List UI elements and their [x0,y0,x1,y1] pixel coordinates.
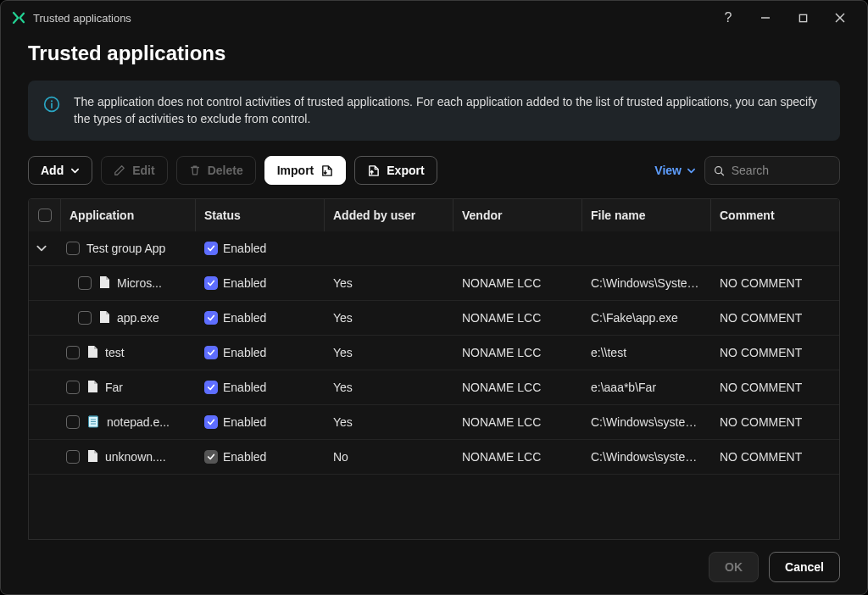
vendor: NONAME LCC [462,311,541,325]
added-by-user: Yes [333,381,353,394]
app-name: Micros... [117,276,162,290]
search-input[interactable] [732,164,831,177]
status-toggle[interactable] [204,415,218,429]
maximize-icon [798,14,808,23]
window-title: Trusted applications [33,12,131,25]
view-button[interactable]: View [654,164,696,177]
file-name: C:\Windows\system... [591,415,703,429]
added-by-user: Yes [333,346,353,359]
file-name: e:\\test [591,346,626,359]
export-button[interactable]: Export [354,156,437,185]
edit-button-label: Edit [132,164,154,177]
status-label: Enabled [223,450,266,464]
group-row[interactable]: Test group App Enabled [29,231,839,266]
table-row[interactable]: app.exeEnabledYesNONAME LCCC:\Fake\app.e… [29,301,839,336]
export-button-label: Export [387,164,424,177]
col-vendor[interactable]: Vendor [453,199,582,231]
edit-button: Edit [101,156,167,185]
import-button-label: Import [277,164,314,177]
col-comment[interactable]: Comment [711,199,840,231]
added-by-user: Yes [333,311,353,325]
status-toggle[interactable] [204,276,218,290]
file-icon [86,345,98,361]
select-all-checkbox[interactable] [38,209,52,222]
comment: NO COMMENT [720,311,802,325]
vendor: NONAME LCC [462,276,541,290]
row-checkbox[interactable] [66,450,80,464]
search-icon [714,164,725,177]
svg-rect-1 [799,14,806,21]
status-label: Enabled [223,311,266,325]
import-icon [320,164,333,177]
status-toggle[interactable] [204,311,218,325]
col-added-by-user[interactable]: Added by user [325,199,453,231]
content: Trusted applications The application doe… [1,35,867,540]
table-row[interactable]: notepad.e...EnabledYesNONAME LCCC:\Windo… [29,405,839,440]
comment: NO COMMENT [720,276,802,290]
table-header: Application Status Added by user Vendor … [29,199,839,231]
file-icon [86,414,100,431]
view-button-label: View [654,164,682,177]
page-title: Trusted applications [28,42,840,65]
row-checkbox[interactable] [78,311,92,325]
add-button-label: Add [41,164,64,177]
file-name: C:\Fake\app.exe [591,311,678,325]
close-icon [835,13,845,23]
group-name: Test group App [86,242,165,255]
status-label: Enabled [223,242,266,255]
app-name: app.exe [117,311,159,325]
status-toggle[interactable] [204,450,218,464]
trash-icon [189,164,201,176]
status-toggle[interactable] [204,242,218,255]
window: Trusted applications ? Trusted applicati… [0,0,868,595]
file-name: C:\Windows\System... [591,276,703,290]
applications-table: Application Status Added by user Vendor … [28,198,840,540]
col-application[interactable]: Application [61,199,196,231]
cancel-button[interactable]: Cancel [769,552,840,582]
table-row[interactable]: testEnabledYesNONAME LCCe:\\testNO COMME… [29,336,839,370]
vendor: NONAME LCC [462,450,541,464]
help-button[interactable]: ? [711,4,745,31]
table-row[interactable]: unknown....EnabledNoNONAME LCCC:\Windows… [29,440,839,475]
added-by-user: No [333,450,348,464]
chevron-down-icon[interactable] [36,242,47,254]
row-checkbox[interactable] [66,415,80,429]
comment: NO COMMENT [720,381,802,394]
app-name: unknown.... [105,450,166,464]
info-banner: The application does not control activit… [28,81,840,141]
table-body: Test group App Enabled [29,231,839,539]
minimize-icon [760,13,771,23]
chevron-down-icon [687,166,696,175]
row-checkbox[interactable] [66,381,80,394]
svg-line-8 [721,173,724,175]
row-checkbox[interactable] [66,242,80,255]
file-icon [98,310,110,326]
minimize-button[interactable] [748,4,782,31]
file-icon [86,449,98,465]
col-status[interactable]: Status [196,199,325,231]
info-banner-text: The application does not control activit… [74,94,825,127]
ok-button[interactable]: OK [709,552,759,582]
maximize-button[interactable] [786,4,820,31]
close-button[interactable] [823,4,857,31]
table-row[interactable]: FarEnabledYesNONAME LCCe:\aaa*b\FarNO CO… [29,370,839,405]
search-box[interactable] [704,156,840,185]
app-name: test [105,346,125,359]
row-checkbox[interactable] [78,276,92,290]
import-button[interactable]: Import [264,156,347,185]
row-checkbox[interactable] [66,346,80,359]
added-by-user: Yes [333,415,353,429]
svg-point-5 [51,100,53,102]
vendor: NONAME LCC [462,381,541,394]
edit-icon [114,164,125,176]
add-button[interactable]: Add [28,156,92,185]
comment: NO COMMENT [720,450,802,464]
app-logo-icon [11,10,26,25]
table-row[interactable]: Micros...EnabledYesNONAME LCCC:\Windows\… [29,266,839,301]
status-toggle[interactable] [204,346,218,359]
col-file-name[interactable]: File name [582,199,711,231]
titlebar: Trusted applications ? [1,1,867,35]
status-toggle[interactable] [204,381,218,394]
delete-button-label: Delete [208,164,243,177]
status-label: Enabled [223,381,266,394]
